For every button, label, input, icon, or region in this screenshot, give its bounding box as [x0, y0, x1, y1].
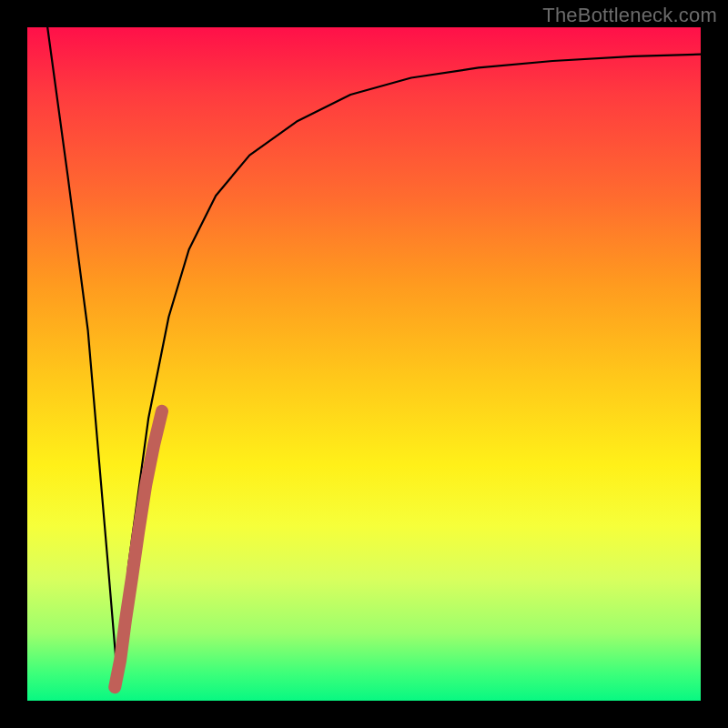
chart-overlay	[27, 27, 701, 701]
chart-frame: TheBottleneck.com	[0, 0, 728, 728]
bottleneck-curve	[47, 27, 701, 687]
highlight-segment	[115, 411, 162, 687]
watermark-text: TheBottleneck.com	[542, 4, 717, 27]
